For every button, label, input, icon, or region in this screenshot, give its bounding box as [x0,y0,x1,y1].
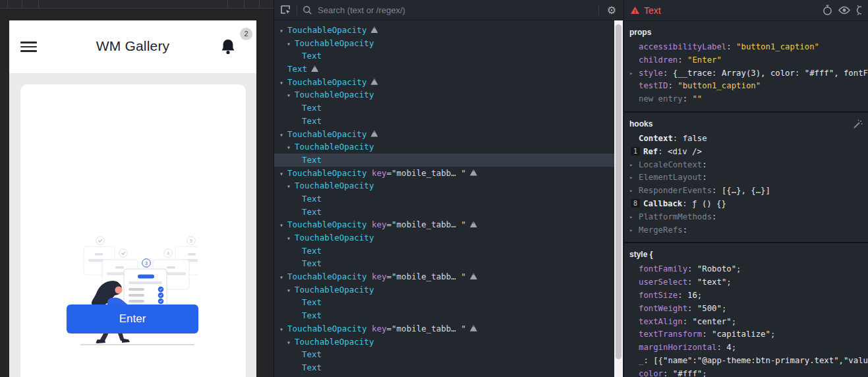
tree-row[interactable]: ▾TouchableOpacity [274,76,614,89]
tree-scrollbar[interactable] [614,20,623,377]
code-token: PlatformMethods [639,212,712,221]
expander-icon[interactable]: ▾ [287,180,295,193]
code-token: "" [692,94,702,103]
inspector-panel: Text props accessibilityLabel: "button1_… [623,0,868,377]
tree-row[interactable]: Text [274,257,614,270]
notification-bell-icon[interactable] [221,39,235,55]
tree-row[interactable]: ▾TouchableOpacity [274,335,614,349]
enter-button[interactable]: Enter [67,304,198,334]
tree-row[interactable]: Text [274,348,614,361]
tree-row[interactable]: ▾TouchableOpacity key="mobile_tabb… " [274,322,614,335]
warning-icon [370,78,378,85]
expander-icon[interactable]: ▾ [287,284,295,297]
expander-icon[interactable]: ▸ [629,211,633,224]
code-token: marginHorizontal [639,343,716,352]
inspector-row[interactable]: marginHorizontal: 4; [624,341,868,355]
expander-icon[interactable]: ▾ [279,271,287,284]
expander-icon[interactable]: ▾ [279,323,287,336]
inspector-row[interactable]: ▸style: {__trace: Array(3), color: "#fff… [624,67,868,80]
tree-row[interactable]: ▾TouchableOpacity key="mobile_tabb… " [274,270,614,283]
expander-icon[interactable]: ▾ [279,129,287,142]
scrollbar-thumb[interactable] [616,24,622,359]
inspector-row[interactable]: _: [{"name":"@app-theme:btn-primary.text… [624,355,868,368]
tree-row[interactable]: ▾TouchableOpacity [274,140,614,154]
bug-icon-clipped[interactable] [856,5,861,15]
style-section-title: style { [624,248,868,263]
expander-icon[interactable]: ▸ [629,67,633,80]
eye-inspect-icon[interactable] [838,6,850,14]
inspector-row[interactable]: color: "#fff"; [624,368,868,377]
inspector-row[interactable]: ▸ResponderEvents: [{…}, {…}] [624,185,868,198]
expander-icon[interactable]: ▾ [287,38,295,51]
expander-icon[interactable]: ▾ [287,336,295,349]
tree-row[interactable]: ▾TouchableOpacity key="mobile_tabb… " [274,218,614,231]
inspector-row[interactable]: ▸PlatformMethods: [624,211,868,224]
inspector-row[interactable]: userSelect: "text"; [624,276,868,289]
notification-count-badge: 2 [240,28,252,40]
inspector-row[interactable]: textTransform: "capitalize"; [624,328,868,341]
tree-row[interactable]: ▾TouchableOpacity key="mobile_tabb… " [274,167,614,180]
tree-row[interactable]: Text [274,102,614,115]
expander-icon[interactable]: ▾ [287,141,295,154]
tree-row[interactable]: ▾TouchableOpacity [274,283,614,297]
component-name: TouchableOpacity [287,272,366,281]
tree-row[interactable]: ▾TouchableOpacity [274,37,614,50]
inspector-row[interactable]: fontFamily: "Roboto"; [624,263,868,276]
tree-row[interactable]: Text [274,296,614,309]
inspector-row[interactable]: testID: "button1_caption" [624,80,868,93]
expander-icon[interactable]: ▾ [279,24,287,38]
inspector-row[interactable]: accessibilityLabel: "button1_caption" [624,41,868,54]
expander-icon[interactable]: ▾ [287,232,295,245]
parse-hook-names-wand-icon[interactable] [853,119,863,129]
inspector-row[interactable]: 1Ref: <div /> [624,146,868,159]
chrome-divider [38,0,39,9]
inspector-row[interactable]: ▸LocaleContext: [624,159,868,172]
component-name: Text [302,246,322,256]
tree-row[interactable]: Text [274,154,614,167]
tree-row[interactable]: ▾TouchableOpacity [274,24,614,37]
code-token: : [726,42,736,51]
inspector-row[interactable]: ▸MergeRefs: [624,224,868,237]
code-token: : [712,186,722,195]
tree-row[interactable]: Text [274,245,614,258]
tree-row[interactable]: Text [274,63,614,76]
expander-icon[interactable]: ▾ [279,219,287,232]
tree-row[interactable]: ▾TouchableOpacity [274,88,614,102]
expander-icon[interactable]: ▸ [629,224,633,237]
expander-icon[interactable]: ▸ [629,185,633,198]
search-input[interactable] [318,5,593,15]
inspector-row[interactable]: Context: false [624,132,868,146]
toolbar-divider [598,5,599,15]
code-token: ; [770,330,775,339]
component-name: TouchableOpacity [295,233,374,243]
key-value: ="mobile_tabb… " [387,219,466,229]
tree-row[interactable]: ▾TouchableOpacity [274,179,614,192]
inspector-row[interactable]: ▸ElementLayout: [624,171,868,185]
profiler-timer-icon[interactable] [823,5,832,16]
inspector-row[interactable]: fontSize: 16; [624,289,868,303]
tree-row[interactable]: Text [274,115,614,128]
tree-row[interactable]: Text [274,192,614,206]
settings-gear-icon[interactable]: ⚙ [607,4,616,16]
expander-icon[interactable]: ▸ [629,171,633,185]
tree-row[interactable]: Text [274,309,614,322]
code-token: <div /> [668,147,702,156]
inspect-element-icon[interactable] [280,5,291,15]
expander-icon[interactable]: ▾ [279,76,287,90]
tree-row[interactable]: ▾TouchableOpacity [274,128,614,141]
inspector-row[interactable]: 8Callback: ƒ () {} [624,198,868,211]
inspector-row[interactable]: textAlign: "center"; [624,316,868,329]
inspector-row[interactable]: new entry: "" [624,93,868,106]
expander-icon[interactable]: ▸ [629,159,633,172]
tree-row[interactable]: Text [274,49,614,63]
tree-row[interactable]: ▾TouchableOpacity [274,231,614,245]
expander-icon[interactable]: ▾ [279,167,287,181]
tree-row[interactable]: Text [274,206,614,219]
devtools-tree-panel: ⚙ ▾TouchableOpacity▾TouchableOpacityText… [274,0,623,377]
tree-row[interactable]: Text [274,361,614,374]
code-token: fontWeight [639,304,687,313]
chrome-divider [259,0,260,9]
inspector-row[interactable]: children: "Enter" [624,54,868,67]
inspector-row[interactable]: fontWeight: "500"; [624,303,868,316]
expander-icon[interactable]: ▾ [287,89,295,102]
